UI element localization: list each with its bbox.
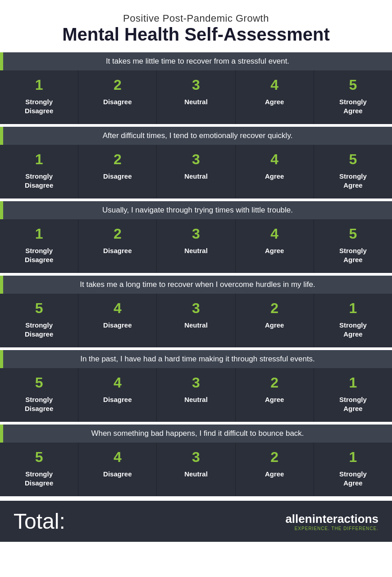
option-cell-q6-1[interactable]: 4Disagree [78, 443, 157, 496]
option-number-q2-1: 2 [114, 152, 122, 166]
brand-logo: alleninteractions EXPERIENCE. THE DIFFER… [285, 512, 378, 531]
option-label-q4-0: StronglyDisagree [25, 321, 53, 338]
option-cell-q1-1[interactable]: 2Disagree [78, 70, 157, 124]
option-number-q2-0: 1 [35, 152, 43, 166]
option-cell-q6-0[interactable]: 5StronglyDisagree [0, 443, 78, 496]
options-row-q2: 1StronglyDisagree2Disagree3Neutral4Agree… [0, 145, 392, 198]
option-label-q1-0: StronglyDisagree [25, 97, 53, 115]
option-number-q1-3: 4 [270, 78, 278, 92]
logo-text: alleninteractions [285, 512, 378, 526]
option-cell-q4-3[interactable]: 2Agree [236, 294, 314, 347]
option-label-q5-1: Disagree [103, 395, 132, 404]
option-cell-q4-4[interactable]: 1StronglyAgree [314, 294, 392, 347]
option-cell-q4-2[interactable]: 3Neutral [157, 294, 235, 347]
option-number-q1-0: 1 [35, 78, 43, 92]
option-number-q1-4: 5 [349, 78, 357, 92]
option-cell-q3-1[interactable]: 2Disagree [78, 219, 157, 273]
option-cell-q2-1[interactable]: 2Disagree [78, 145, 157, 198]
option-number-q2-4: 5 [349, 152, 357, 166]
section-q6: When something bad happens, I find it di… [0, 425, 392, 496]
option-label-q2-4: StronglyAgree [339, 172, 367, 189]
option-label-q6-0: StronglyDisagree [25, 470, 53, 487]
logo-bold: interactions [312, 512, 378, 526]
option-cell-q6-4[interactable]: 1StronglyAgree [314, 443, 392, 496]
section-q2: After difficult times, I tend to emotion… [0, 127, 392, 198]
option-label-q6-3: Agree [265, 470, 284, 479]
option-label-q5-3: Agree [265, 395, 284, 404]
option-label-q3-4: StronglyAgree [339, 246, 367, 264]
option-number-q4-2: 3 [192, 301, 200, 315]
section-q3: Usually, I navigate through trying times… [0, 201, 392, 273]
option-label-q5-0: StronglyDisagree [25, 395, 53, 413]
option-cell-q2-2[interactable]: 3Neutral [157, 145, 235, 198]
option-number-q5-2: 3 [192, 375, 200, 390]
option-number-q2-3: 4 [270, 152, 278, 166]
option-cell-q5-1[interactable]: 4Disagree [78, 368, 157, 422]
option-number-q4-3: 2 [270, 301, 278, 315]
option-label-q2-1: Disagree [103, 172, 132, 181]
header-title: Mental Health Self-Assessment [9, 24, 383, 44]
option-cell-q1-0[interactable]: 1StronglyDisagree [0, 70, 78, 124]
option-label-q4-3: Agree [265, 321, 284, 330]
header-subtitle: Positive Post-Pandemic Growth [9, 13, 383, 24]
logo-regular: allen [285, 512, 312, 526]
option-number-q3-0: 1 [35, 226, 43, 241]
section-q4: It takes me a long time to recover when … [0, 276, 392, 347]
option-number-q1-1: 2 [114, 78, 122, 92]
footer: Total: alleninteractions EXPERIENCE. THE… [0, 501, 392, 542]
option-number-q4-0: 5 [35, 301, 43, 315]
options-row-q6: 5StronglyDisagree4Disagree3Neutral2Agree… [0, 443, 392, 496]
option-number-q6-4: 1 [349, 450, 357, 464]
option-label-q2-0: StronglyDisagree [25, 172, 53, 189]
option-cell-q2-3[interactable]: 4Agree [236, 145, 314, 198]
option-number-q5-0: 5 [35, 375, 43, 390]
option-label-q3-2: Neutral [184, 246, 208, 255]
option-number-q3-1: 2 [114, 226, 122, 241]
option-cell-q3-4[interactable]: 5StronglyAgree [314, 219, 392, 273]
option-label-q3-0: StronglyDisagree [25, 246, 53, 264]
section-q1: It takes me little time to recover from … [0, 52, 392, 124]
header: Positive Post-Pandemic Growth Mental Hea… [0, 0, 392, 52]
option-cell-q6-2[interactable]: 3Neutral [157, 443, 235, 496]
question-q3: Usually, I navigate through trying times… [0, 201, 392, 219]
option-label-q1-1: Disagree [103, 97, 132, 106]
option-number-q3-3: 4 [270, 226, 278, 241]
option-cell-q3-0[interactable]: 1StronglyDisagree [0, 219, 78, 273]
option-cell-q2-0[interactable]: 1StronglyDisagree [0, 145, 78, 198]
options-row-q5: 5StronglyDisagree4Disagree3Neutral2Agree… [0, 368, 392, 422]
option-number-q6-3: 2 [270, 450, 278, 464]
option-number-q6-2: 3 [192, 450, 200, 464]
option-cell-q5-3[interactable]: 2Agree [236, 368, 314, 422]
question-q4: It takes me a long time to recover when … [0, 276, 392, 294]
option-label-q6-1: Disagree [103, 470, 132, 479]
option-label-q5-2: Neutral [184, 395, 208, 404]
option-number-q3-4: 5 [349, 226, 357, 241]
option-number-q4-4: 1 [349, 301, 357, 315]
question-q5: In the past, I have had a hard time maki… [0, 350, 392, 368]
option-number-q3-2: 3 [192, 226, 200, 241]
section-q5: In the past, I have had a hard time maki… [0, 350, 392, 422]
sections-container: It takes me little time to recover from … [0, 52, 392, 496]
option-cell-q5-0[interactable]: 5StronglyDisagree [0, 368, 78, 422]
option-number-q5-4: 1 [349, 375, 357, 390]
option-cell-q4-0[interactable]: 5StronglyDisagree [0, 294, 78, 347]
option-cell-q1-4[interactable]: 5StronglyAgree [314, 70, 392, 124]
option-cell-q2-4[interactable]: 5StronglyAgree [314, 145, 392, 198]
option-cell-q3-2[interactable]: 3Neutral [157, 219, 235, 273]
option-label-q1-4: StronglyAgree [339, 97, 367, 115]
option-cell-q3-3[interactable]: 4Agree [236, 219, 314, 273]
option-cell-q5-4[interactable]: 1StronglyAgree [314, 368, 392, 422]
option-label-q6-4: StronglyAgree [339, 470, 367, 487]
option-cell-q5-2[interactable]: 3Neutral [157, 368, 235, 422]
option-number-q6-0: 5 [35, 450, 43, 464]
option-number-q5-3: 2 [270, 375, 278, 390]
option-cell-q1-2[interactable]: 3Neutral [157, 70, 235, 124]
option-number-q1-2: 3 [192, 78, 200, 92]
option-cell-q6-3[interactable]: 2Agree [236, 443, 314, 496]
option-label-q6-2: Neutral [184, 470, 208, 479]
option-label-q4-1: Disagree [103, 321, 132, 330]
question-q6: When something bad happens, I find it di… [0, 425, 392, 443]
option-cell-q1-3[interactable]: 4Agree [236, 70, 314, 124]
option-cell-q4-1[interactable]: 4Disagree [78, 294, 157, 347]
question-q2: After difficult times, I tend to emotion… [0, 127, 392, 145]
